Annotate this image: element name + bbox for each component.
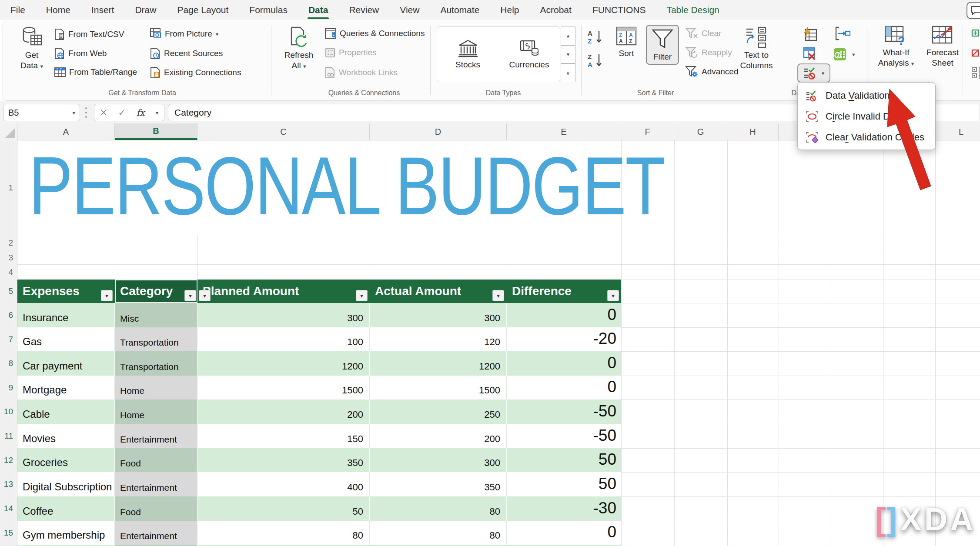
stocks-button[interactable]: Stocks [437,27,498,82]
tab-table-design[interactable]: Table Design [656,0,729,20]
existing-connections-button[interactable]: Existing Connections [150,67,241,79]
comments-button[interactable] [967,2,980,19]
function-dropdown-icon[interactable]: ▾ [156,110,159,116]
refresh-all-button[interactable]: RefreshAll ▾ [278,26,320,71]
filter-dropdown-difference[interactable]: ▾ [607,290,619,301]
cell-actual[interactable]: 80 [370,521,507,545]
cell-difference[interactable]: 0 [507,376,621,400]
cell-actual[interactable]: 350 [370,472,507,496]
tab-acrobat[interactable]: Acrobat [530,0,582,20]
column-header-b[interactable]: B [115,123,197,140]
cell-category[interactable]: Entertainment [115,472,197,496]
cell-planned[interactable]: 80 [197,521,370,545]
text-to-columns-button[interactable]: Text toColumns [736,26,777,71]
row-header-8[interactable]: 8 [0,351,17,376]
column-header-a[interactable]: A [17,123,115,140]
data-validation-split-button[interactable]: ▾ [797,63,830,83]
cell-expense[interactable]: Mortgage [17,376,115,400]
queries-connections-button[interactable]: Queries & Connections [325,28,425,39]
cancel-icon[interactable]: ✕ [100,107,107,118]
cell-actual[interactable]: 300 [370,448,507,472]
cell-actual[interactable]: 120 [370,327,507,351]
data-validation-dropdown-arrow[interactable]: ▾ [822,70,825,77]
tab-formulas[interactable]: Formulas [239,0,298,20]
row-header-3[interactable]: 3 [0,251,17,264]
cell-expense[interactable]: Car payment [17,351,115,376]
row-header-9[interactable]: 9 [0,376,17,400]
cell-expense[interactable]: Gas [17,327,115,351]
reapply-filter-button[interactable]: Reapply [685,47,732,59]
row-header-15[interactable]: 15 [0,521,17,545]
cell-planned[interactable]: 1200 [197,351,370,376]
column-header-l[interactable]: L [935,123,980,140]
cell-category[interactable]: Home [115,376,197,400]
cell-planned[interactable]: 400 [197,472,370,496]
cell-planned[interactable]: 1500 [197,376,370,400]
cell-expense[interactable]: Cable [17,400,115,424]
cell-difference[interactable]: -20 [507,327,621,351]
currencies-button[interactable]: Currencies [498,27,560,82]
validation-dropdown-b5[interactable]: ▾ [199,290,211,301]
row-header-4[interactable]: 4 [0,264,17,280]
what-if-analysis-button[interactable]: ? What-IfAnalysis ▾ [872,26,920,68]
tab-draw[interactable]: Draw [124,0,167,20]
tab-page-layout[interactable]: Page Layout [167,0,239,20]
tab-functions[interactable]: FUNCTIONS [582,0,656,20]
cell-expense[interactable]: Coffee [17,496,115,521]
cell-difference[interactable]: 50 [507,472,621,496]
cell-planned[interactable]: 200 [197,400,370,424]
cell-expense[interactable]: Movies [17,424,115,448]
cell-category[interactable]: Home [115,400,197,424]
row-header-11[interactable]: 11 [0,424,17,448]
tab-insert[interactable]: Insert [81,0,125,20]
filter-dropdown-category[interactable]: ▾ [184,290,196,301]
tab-view[interactable]: View [389,0,430,20]
cell-actual[interactable]: 250 [370,400,507,424]
cell-actual[interactable]: 200 [370,424,507,448]
cell-actual[interactable]: 300 [370,303,507,327]
menu-item-clear-validation-circles[interactable]: Clear Validation Circles [798,127,936,148]
from-text-csv-button[interactable]: From Text/CSV [54,28,124,40]
name-box-dropdown-icon[interactable]: ▾ [72,110,75,116]
advanced-filter-button[interactable]: Advanced [685,66,739,78]
workbook-links-button[interactable]: Workbook Links [325,67,398,79]
cell-difference[interactable]: -50 [507,400,621,424]
sort-az-button[interactable]: AZ [587,29,604,46]
data-model-button[interactable]: J ▾ [833,47,855,62]
cell-category[interactable]: Transportation [115,327,197,351]
cell-category[interactable]: Transportation [115,351,197,376]
cell-planned[interactable]: 50 [197,496,370,521]
cell-difference[interactable]: 50 [507,448,621,472]
tab-help[interactable]: Help [490,0,529,20]
row-header-2[interactable]: 2 [0,235,17,251]
cell-category[interactable]: Entertainment [115,521,197,545]
cell-difference[interactable]: -30 [507,496,621,521]
cell-actual[interactable]: 1500 [370,376,507,400]
enter-check-icon[interactable]: ✓ [118,107,126,118]
filter-dropdown-expenses[interactable]: ▾ [101,290,113,301]
row-header-10[interactable]: 10 [0,400,17,424]
menu-item-data-validation[interactable]: Data Validation... [798,85,936,106]
clear-filter-button[interactable]: Clear [685,27,721,40]
tab-review[interactable]: Review [338,0,389,20]
cell-planned[interactable]: 100 [197,327,370,351]
consolidate-button[interactable] [835,27,850,40]
tab-data[interactable]: Data [298,0,339,20]
recent-sources-button[interactable]: Recent Sources [150,47,223,60]
cell-difference[interactable]: -50 [507,424,621,448]
tab-automate[interactable]: Automate [430,0,490,20]
gallery-more-button[interactable]: ⊽ [561,63,575,82]
from-picture-button[interactable]: From Picture ▾ [150,28,218,40]
row-header-5[interactable]: 5 [0,280,17,303]
header-expenses[interactable]: Expenses [17,280,115,303]
sort-za-button[interactable]: ZA [587,53,604,69]
filter-dropdown-planned[interactable]: ▾ [356,290,368,301]
menu-item-circle-invalid-data[interactable]: Circle Invalid Data [798,106,936,127]
cell-expense[interactable]: Digital Subscription [17,472,115,496]
forecast-sheet-button[interactable]: ForecastSheet [922,26,963,68]
remove-duplicates-button[interactable] [803,47,817,61]
cell-actual[interactable]: 80 [370,496,507,521]
cell-difference[interactable]: 0 [507,521,621,545]
column-header-g[interactable]: G [674,123,727,140]
cell-planned[interactable]: 150 [197,424,370,448]
